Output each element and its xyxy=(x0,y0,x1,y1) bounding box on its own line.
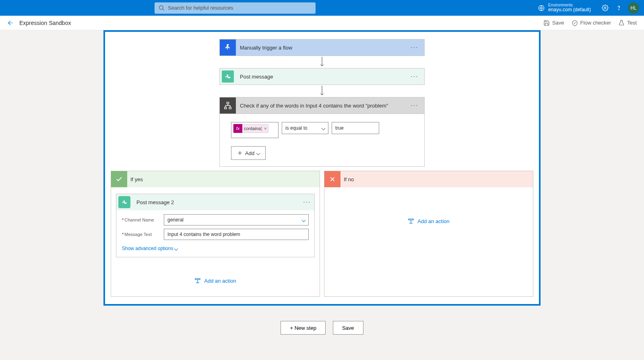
env-label: Environments xyxy=(548,3,591,7)
page-title: Expression Sandbox xyxy=(19,20,71,26)
svg-rect-10 xyxy=(195,279,200,280)
if-yes-branch: If yes Post message 2 ··· xyxy=(111,171,320,297)
trigger-icon xyxy=(220,39,236,56)
post-message-label: Post message xyxy=(236,74,407,80)
save-icon xyxy=(543,20,550,26)
new-step-button[interactable]: + New step xyxy=(281,321,325,335)
subheader: Expression Sandbox Save Flow checker Tes… xyxy=(0,16,644,30)
chevron-down-icon xyxy=(174,246,178,250)
remove-pill-icon[interactable]: × xyxy=(262,126,268,131)
back-button[interactable] xyxy=(7,20,14,26)
gear-icon xyxy=(602,4,609,11)
save-button[interactable]: Save xyxy=(543,20,564,26)
trigger-card[interactable]: Manually trigger a flow ··· xyxy=(219,39,425,56)
message-text-label: Message Text xyxy=(122,232,164,237)
add-action-icon xyxy=(194,277,201,284)
svg-rect-8 xyxy=(225,107,227,109)
help-button[interactable] xyxy=(612,1,625,15)
svg-line-1 xyxy=(163,9,164,10)
post-message-2-card[interactable]: Post message 2 ··· Channel Name general xyxy=(116,194,315,257)
message-text-input[interactable]: Input 4 contains the word problem xyxy=(164,229,309,240)
search-icon xyxy=(159,5,165,11)
flow-arrow-icon xyxy=(320,85,324,97)
condition-left-operand[interactable]: fx contains(... × xyxy=(231,122,279,138)
svg-rect-11 xyxy=(409,219,413,220)
expression-pill[interactable]: fx contains(... × xyxy=(233,124,268,133)
svg-point-0 xyxy=(159,6,163,9)
test-button[interactable]: Test xyxy=(618,20,637,26)
channel-name-select[interactable]: general xyxy=(164,214,309,226)
add-action-icon xyxy=(408,218,414,224)
if-no-branch: If no Add an action xyxy=(324,171,533,297)
condition-icon xyxy=(220,97,236,114)
post-message-menu[interactable]: ··· xyxy=(407,73,422,80)
topbar: Environments enayu.com (default) HL xyxy=(0,0,644,16)
trigger-label: Manually trigger a flow xyxy=(236,45,407,51)
env-value: enayu.com (default) xyxy=(548,7,591,12)
environment-icon xyxy=(538,4,545,12)
condition-operator[interactable]: is equal to xyxy=(282,122,328,134)
fx-icon: fx xyxy=(233,124,242,133)
condition-card[interactable]: Check if any of the words in Input 4 con… xyxy=(219,97,425,167)
chevron-down-icon xyxy=(256,151,260,155)
settings-button[interactable] xyxy=(598,1,612,15)
show-advanced-link[interactable]: Show advanced options xyxy=(122,246,178,251)
flow-checker-button[interactable]: Flow checker xyxy=(572,20,611,26)
test-icon xyxy=(618,20,625,26)
svg-point-4 xyxy=(618,9,619,10)
svg-rect-7 xyxy=(227,102,229,104)
trigger-menu[interactable]: ··· xyxy=(407,44,422,51)
condition-value[interactable]: true xyxy=(332,122,379,134)
slack-icon xyxy=(118,196,130,208)
add-action-no[interactable]: Add an action xyxy=(408,218,450,224)
add-action-yes[interactable]: Add an action xyxy=(194,277,236,284)
if-no-header[interactable]: If no xyxy=(324,171,533,187)
post-message-2-menu[interactable]: ··· xyxy=(300,199,314,206)
chevron-down-icon xyxy=(322,126,326,130)
search-box[interactable] xyxy=(155,2,316,14)
svg-rect-9 xyxy=(229,107,231,109)
flow-arrow-icon xyxy=(320,56,324,68)
help-icon xyxy=(615,4,622,11)
check-icon xyxy=(111,171,127,187)
post-message-card[interactable]: Post message ··· xyxy=(219,68,425,85)
plus-icon xyxy=(237,150,243,156)
search-input[interactable] xyxy=(168,5,312,11)
channel-name-label: Channel Name xyxy=(122,217,164,222)
add-condition-button[interactable]: Add xyxy=(231,146,266,160)
environment-picker[interactable]: Environments enayu.com (default) xyxy=(538,3,591,12)
slack-icon xyxy=(220,68,236,85)
condition-label: Check if any of the words in Input 4 con… xyxy=(236,103,407,109)
if-yes-header[interactable]: If yes xyxy=(111,171,320,187)
chevron-down-icon xyxy=(302,218,306,222)
svg-point-3 xyxy=(604,7,606,8)
x-icon xyxy=(324,171,341,187)
flow-canvas: Manually trigger a flow ··· Post message… xyxy=(103,30,541,306)
save-flow-button[interactable]: Save xyxy=(333,321,363,335)
avatar[interactable]: HL xyxy=(628,2,639,14)
flow-checker-icon xyxy=(572,20,578,26)
back-arrow-icon xyxy=(7,20,14,26)
condition-menu[interactable]: ··· xyxy=(407,102,422,109)
